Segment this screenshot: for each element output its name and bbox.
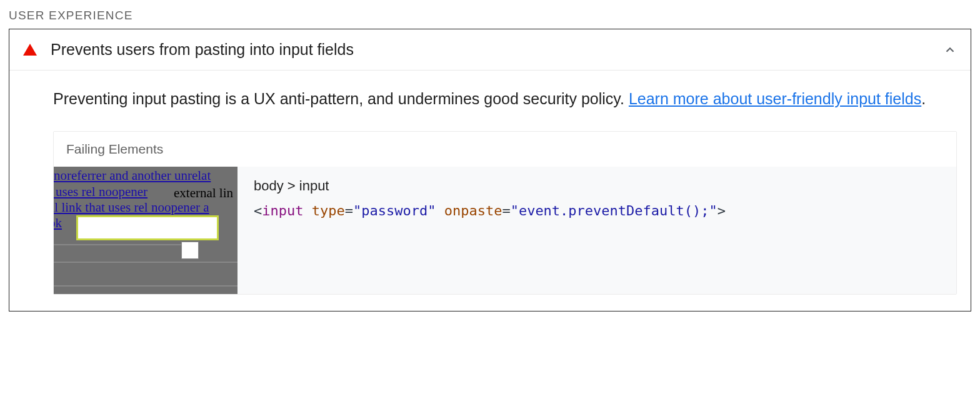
code-string: "event.preventDefault();" [511, 203, 718, 218]
audit-card: Prevents users from pasting into input f… [9, 29, 971, 311]
code-attr: onpaste [436, 203, 502, 218]
code-tag: input [262, 203, 303, 218]
element-info: body > input <input type="password" onpa… [238, 167, 956, 294]
element-thumbnail: noreferrer and another unrelat t uses re… [54, 167, 238, 294]
failing-elements-header: Failing Elements [54, 132, 956, 167]
audit-details: Preventing input pasting is a UX anti-pa… [9, 71, 971, 311]
thumb-text: t uses rel noopener [54, 185, 148, 199]
thumb-divider [54, 244, 181, 245]
thumb-text: external lin [174, 185, 233, 201]
element-selector: body > input [254, 178, 940, 194]
failing-elements-content: noreferrer and another unrelat t uses re… [54, 167, 956, 294]
learn-more-link[interactable]: Learn more about user-friendly input fie… [629, 90, 921, 107]
audit-title: Prevents users from pasting into input f… [51, 41, 943, 59]
audit-summary-row[interactable]: Prevents users from pasting into input f… [9, 29, 971, 71]
thumb-divider [54, 285, 238, 287]
code-attr: type [303, 203, 344, 218]
code-bracket: > [718, 203, 726, 218]
audit-description-text: Preventing input pasting is a UX anti-pa… [53, 90, 629, 107]
code-string: "password" [353, 203, 436, 218]
code-eq: = [502, 203, 510, 218]
chevron-up-icon [943, 43, 957, 57]
highlighted-input-box [76, 215, 219, 240]
thumb-text: noreferrer and another unrelat [54, 169, 211, 182]
thumb-text: ok [54, 217, 62, 230]
code-eq: = [345, 203, 353, 218]
warning-triangle-icon [23, 44, 37, 56]
audit-description-suffix: . [921, 90, 926, 107]
element-code-snippet: <input type="password" onpaste="event.pr… [254, 203, 940, 218]
broken-image-icon [181, 242, 199, 259]
section-header: USER EXPERIENCE [9, 9, 971, 22]
thumb-text: al link that uses rel noopener a [54, 201, 209, 214]
thumb-divider [54, 262, 238, 263]
failing-elements-block: Failing Elements noreferrer and another … [53, 131, 957, 295]
audit-description: Preventing input pasting is a UX anti-pa… [53, 87, 957, 111]
code-bracket: < [254, 203, 262, 218]
